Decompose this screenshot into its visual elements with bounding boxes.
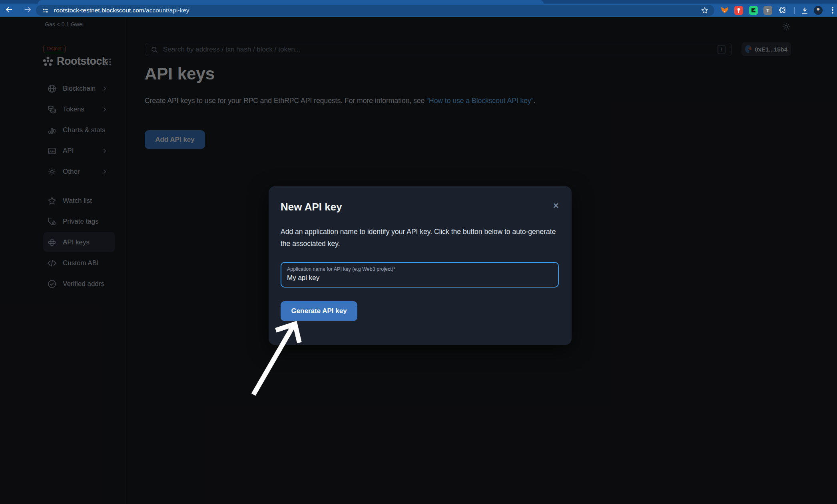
application-name-label: Application name for API key (e.g Web3 p… bbox=[287, 266, 395, 272]
browser-forward-button[interactable] bbox=[23, 5, 32, 14]
application-name-input[interactable] bbox=[287, 274, 547, 282]
modal-description: Add an application name to identify your… bbox=[281, 226, 557, 250]
browser-tab-strip bbox=[0, 0, 837, 4]
toolbar-separator bbox=[794, 7, 795, 14]
t-extension-glyph: T bbox=[766, 8, 769, 14]
extensions-puzzle-icon[interactable] bbox=[778, 6, 787, 15]
browser-menu-icon[interactable] bbox=[830, 6, 835, 14]
url-path: /account/api-key bbox=[144, 7, 189, 14]
modal-title: New API key bbox=[281, 201, 342, 213]
application-name-field[interactable]: Application name for API key (e.g Web3 p… bbox=[281, 262, 559, 288]
browser-back-button[interactable] bbox=[5, 5, 14, 14]
metamask-extension-icon[interactable] bbox=[720, 6, 729, 15]
download-icon[interactable] bbox=[800, 6, 809, 15]
green-extension-icon[interactable] bbox=[749, 6, 758, 15]
url-text[interactable]: rootstock-testnet.blockscout.com/account… bbox=[54, 7, 189, 14]
url-host: rootstock-testnet.blockscout.com bbox=[54, 7, 144, 14]
close-icon[interactable]: ✕ bbox=[552, 201, 560, 210]
t-extension-icon[interactable]: T bbox=[763, 6, 772, 15]
browser-chrome: rootstock-testnet.blockscout.com/account… bbox=[0, 0, 837, 17]
browser-profile-avatar[interactable] bbox=[814, 6, 823, 15]
site-settings-icon[interactable] bbox=[42, 7, 49, 14]
new-api-key-modal: New API key ✕ Add an application name to… bbox=[269, 186, 572, 345]
browser-address-bar[interactable]: rootstock-testnet.blockscout.com/account… bbox=[36, 5, 714, 16]
generate-api-key-button[interactable]: Generate API key bbox=[281, 301, 357, 321]
active-tab-top bbox=[38, 0, 544, 4]
bookmark-star-icon[interactable] bbox=[701, 6, 709, 14]
red-extension-icon[interactable] bbox=[734, 6, 743, 15]
